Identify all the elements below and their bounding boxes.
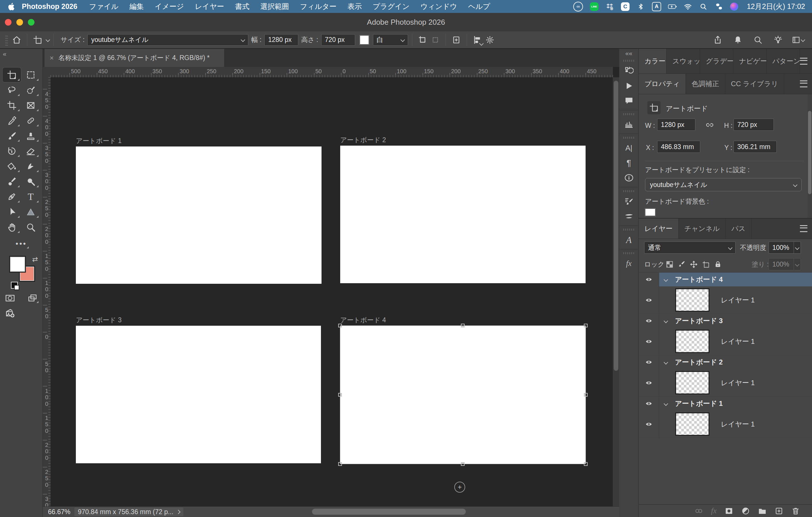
layer-row[interactable]: レイヤー 1 [639, 286, 812, 314]
transform-handle[interactable] [584, 462, 588, 466]
shape-tool[interactable] [21, 204, 40, 219]
tab-channels[interactable]: チャンネル [679, 219, 726, 239]
delete-layer-trash-icon[interactable] [791, 507, 800, 515]
transform-handle[interactable] [338, 462, 342, 466]
transform-handle[interactable] [338, 324, 342, 328]
width-input[interactable]: 1280 px [264, 34, 298, 46]
artboard-2[interactable] [340, 146, 586, 283]
layer-group-row[interactable]: アートボード 4 [639, 273, 812, 286]
line-app-icon[interactable]: LINE [590, 2, 599, 11]
ruler-vertical[interactable]: 4504003503002502001501005005010015020025… [43, 77, 51, 507]
properties-scrollbar-thumb[interactable] [808, 111, 811, 194]
artboard-3[interactable] [76, 326, 321, 463]
layer-label[interactable]: レイヤー 1 [721, 337, 755, 346]
swap-colors-icon[interactable]: ⇄ [32, 255, 38, 263]
panel-group-grip[interactable] [623, 229, 635, 231]
history-icon[interactable] [622, 63, 636, 79]
smudge-tool[interactable] [21, 158, 40, 174]
type-tool[interactable]: T [21, 189, 40, 204]
tab-cc-libraries[interactable]: CC ライブラリ [725, 74, 784, 94]
brush-settings-icon[interactable] [622, 194, 636, 209]
transform-handle[interactable] [338, 393, 342, 397]
control-center-icon[interactable] [715, 2, 723, 11]
tab-adjustments[interactable]: 色調補正 [686, 74, 725, 94]
tab-paths[interactable]: パス [726, 219, 752, 239]
history-brush-tool[interactable] [2, 143, 21, 158]
visibility-eye-icon[interactable] [639, 286, 659, 314]
menu-help[interactable]: ヘルプ [463, 2, 496, 11]
tab-properties[interactable]: プロパティ [639, 74, 686, 94]
blend-mode-select[interactable]: 通常 [644, 242, 735, 254]
selection-brush-tool[interactable] [21, 83, 40, 98]
artboard-tool[interactable] [2, 67, 21, 83]
visibility-eye-icon[interactable] [639, 355, 659, 369]
panel-menu-icon[interactable] [800, 58, 807, 65]
transform-handle[interactable] [461, 324, 465, 328]
lock-pixels-icon[interactable] [677, 260, 686, 269]
tab-layers[interactable]: レイヤー [639, 219, 679, 239]
panel-group-grip[interactable] [623, 60, 635, 62]
lasso-tool[interactable] [2, 83, 21, 98]
wifi-icon[interactable] [684, 2, 692, 11]
menu-filter[interactable]: フィルター [294, 2, 342, 11]
histogram-icon[interactable] [622, 117, 636, 132]
path-selection-tool[interactable] [2, 204, 21, 219]
tab-color[interactable]: カラー [639, 49, 667, 73]
pen-tool[interactable] [2, 189, 21, 204]
hand-tool[interactable] [2, 219, 21, 235]
new-layer-icon[interactable] [775, 507, 783, 515]
mixer-brush-tool[interactable] [2, 174, 21, 189]
artboard-label[interactable]: アートボード 3 [76, 316, 121, 325]
adjustment-layer-icon[interactable] [741, 507, 750, 515]
chevron-down-icon[interactable] [664, 401, 668, 406]
share-icon[interactable] [712, 34, 724, 46]
layer-label[interactable]: レイヤー 1 [721, 420, 755, 429]
properties-scrollbar[interactable] [807, 94, 812, 218]
layer-group-row[interactable]: アートボード 1 [639, 397, 812, 410]
foreground-color-swatch[interactable] [9, 256, 26, 273]
paragraph-panel-icon[interactable]: ¶ [622, 155, 636, 170]
dropbox-paused-icon[interactable] [605, 2, 614, 11]
document-tab[interactable]: × 名称未設定 1 @ 66.7% (アートボード 4, RGB/8#) * [45, 49, 224, 67]
menu-app-name[interactable]: Photoshop 2026 [16, 2, 84, 11]
clone-stamp-tool[interactable] [21, 128, 40, 143]
screen-mode-icon[interactable] [28, 293, 37, 303]
panel-group-grip[interactable] [623, 252, 635, 254]
height-input[interactable]: 720 px [321, 34, 355, 46]
brushes-icon[interactable] [622, 209, 636, 224]
chevron-down-icon[interactable] [664, 360, 668, 364]
home-icon[interactable] [10, 34, 23, 46]
artboard-tool-preset-icon[interactable] [31, 34, 44, 46]
add-new-artboard-icon[interactable] [450, 34, 463, 46]
collapse-tools-chevron-icon[interactable]: « [3, 51, 6, 58]
add-image-icon[interactable] [5, 308, 16, 318]
panel-group-grip[interactable] [623, 190, 635, 192]
visibility-eye-icon[interactable] [639, 369, 659, 396]
layer-row[interactable]: レイヤー 1 [639, 410, 812, 438]
chevron-down-icon[interactable] [664, 277, 668, 282]
add-artboard-button[interactable]: + [454, 482, 465, 493]
eraser-tool[interactable] [21, 143, 40, 158]
menu-edit[interactable]: 編集 [124, 2, 149, 11]
layer-group-row[interactable]: アートボード 3 [639, 314, 812, 328]
marquee-tool[interactable] [21, 67, 40, 83]
tab-patterns[interactable]: パターン [766, 49, 800, 73]
lock-all-icon[interactable] [714, 260, 722, 269]
close-tab-icon[interactable]: × [50, 54, 54, 62]
notifications-bell-icon[interactable] [731, 34, 744, 46]
x-input[interactable]: 486.83 mm [657, 141, 700, 153]
quick-mask-icon[interactable] [5, 293, 15, 303]
notes-comment-icon[interactable] [622, 93, 636, 108]
artboard-label[interactable]: アートボード 4 [340, 316, 386, 325]
actions-play-icon[interactable] [622, 79, 636, 93]
gear-icon[interactable] [484, 34, 496, 46]
ruler-horizontal[interactable]: 5004504003503002502001501005005010015020… [43, 67, 613, 78]
menu-image[interactable]: イメージ [149, 2, 190, 11]
menu-layer[interactable]: レイヤー [190, 2, 230, 11]
bluetooth-icon[interactable] [636, 2, 645, 11]
chevron-down-icon[interactable] [46, 38, 50, 42]
menu-file[interactable]: ファイル [84, 2, 124, 11]
discover-lightbulb-icon[interactable] [772, 34, 784, 46]
artboard-label[interactable]: アートボード 1 [76, 136, 121, 145]
info-icon[interactable] [622, 170, 636, 185]
